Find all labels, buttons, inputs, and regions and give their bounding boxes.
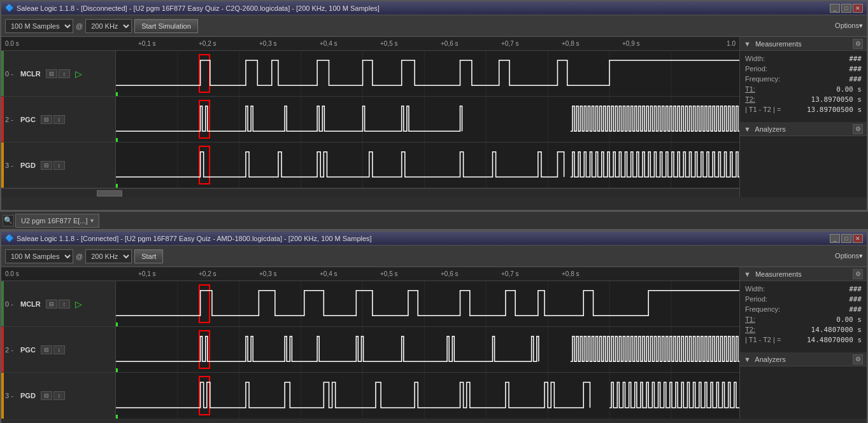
start-btn-2[interactable]: Start (134, 249, 163, 263)
maximize-btn-1[interactable]: □ (841, 4, 851, 13)
ch0-ctrl2-1[interactable]: ↕ (59, 69, 70, 78)
width-value-2: ### (849, 285, 862, 293)
analyzers-gear-1[interactable]: ⚙ (853, 124, 863, 134)
ruler-tick8-1: +0,8 s (562, 40, 580, 47)
meas-period-2: Period: ### (745, 295, 862, 303)
channel-row-pgc-2: 2 - PGC ⊟ ↕ (1, 327, 739, 373)
meas-freq-1: Frequency: ### (745, 75, 862, 83)
measurements-content-2: Width: ### Period: ### Frequency: ### T1… (740, 281, 867, 350)
channel-label-mclr-1: 0 - MCLR ⊟ ↕ ▷ (1, 51, 116, 96)
signal-svg-mclr-2 (116, 281, 739, 326)
ruler-tick5-1: +0,5 s (380, 40, 398, 47)
tab-item-1[interactable]: U2 pgm 16F877 E[...] ▾ (15, 214, 99, 228)
meas-t1t2-1: | T1 - T2 | = 13.89700500 s (745, 106, 862, 114)
ruler-tick7-2: +0,7 s (501, 270, 519, 277)
ch2-ctrl1-2[interactable]: ⊟ (41, 345, 52, 354)
minimize-btn-2[interactable]: _ (830, 234, 840, 243)
content-area-2: 0.0 s +0,1 s +0,2 s +0,3 s +0,4 s +0,5 s… (1, 267, 867, 419)
ch0-ctrl1-1[interactable]: ⊟ (46, 69, 57, 78)
ch0-number-2: 0 - (5, 300, 18, 308)
at-symbol-1: @ (76, 22, 83, 30)
signal-area-pgd-2[interactable] (116, 373, 739, 419)
ch3-ctrl2-1[interactable]: ↕ (53, 161, 65, 170)
ch0-name-2: MCLR (20, 300, 41, 308)
analyzers-arrow-1: ▼ (744, 125, 751, 133)
t2-value-2: 14.4807000 s (811, 326, 862, 334)
ruler-2: 0.0 s +0,1 s +0,2 s +0,3 s +0,4 s +0,5 s… (1, 267, 739, 281)
signal-area-mclr-2[interactable] (116, 281, 739, 326)
freq-select-1[interactable]: 200 KHz (85, 19, 132, 33)
tab-search[interactable]: 🔍 (3, 215, 14, 226)
meas-t1-1: T1: 0.00 s (745, 85, 862, 94)
minimize-btn-1[interactable]: _ (830, 4, 840, 13)
t2-label-1: T2: (745, 95, 755, 104)
toolbar-2: 100 M Samples @ 200 KHz Start Options▾ (1, 246, 867, 267)
ruler-origin-1: 0.0 s (5, 40, 19, 47)
ch2-ctrl1-1[interactable]: ⊟ (41, 115, 52, 124)
channels-signals-2: 0.0 s +0,1 s +0,2 s +0,3 s +0,4 s +0,5 s… (1, 267, 739, 419)
meas-width-1: Width: ### (745, 55, 862, 63)
signal-svg-pgd-2 (116, 373, 739, 419)
meas-t2-1: T2: 13.8970050 s (745, 95, 862, 104)
ruler-tick3-2: +0,3 s (259, 270, 277, 277)
signal-area-pgd-1[interactable] (116, 142, 739, 188)
signal-area-pgc-1[interactable] (116, 97, 739, 142)
period-value-1: ### (849, 65, 862, 73)
ch2-ctrl2-1[interactable]: ↕ (53, 115, 65, 124)
ch2-ctrl2-2[interactable]: ↕ (53, 345, 65, 354)
titlebar-controls-2[interactable]: _ □ ✕ (830, 234, 863, 243)
ch0-ctrl2-2[interactable]: ↕ (59, 300, 70, 309)
t1-label-1: T1: (745, 85, 755, 94)
ch0-play-2[interactable]: ▷ (75, 299, 82, 309)
width-value-1: ### (849, 55, 862, 63)
meas-t1-2: T1: 0.00 s (745, 316, 862, 324)
ch2-controls-1: ⊟ ↕ (41, 115, 65, 124)
samples-select-2[interactable]: 100 M Samples (5, 249, 73, 263)
measurements-panel-1: ▼ Measurements ⚙ Width: ### Period: ### … (739, 37, 867, 197)
ch2-name-1: PGC (20, 116, 36, 123)
ruler-origin-2: 0.0 s (5, 270, 19, 277)
options-btn-1[interactable]: Options▾ (835, 22, 863, 30)
width-label-2: Width: (745, 285, 765, 293)
freq-select-2[interactable]: 200 KHz (85, 249, 132, 263)
channel-label-pgd-1: 3 - PGD ⊟ ↕ (1, 142, 116, 188)
scrollbar-1[interactable] (1, 188, 739, 197)
ch3-ctrl1-1[interactable]: ⊟ (41, 161, 52, 170)
ch0-play-1[interactable]: ▷ (75, 69, 82, 79)
tab-arrow-1: ▾ (90, 217, 94, 224)
window-1: 🔷 Saleae Logic 1.1.8 - [Disconnected] - … (0, 0, 868, 211)
titlebar-1: 🔷 Saleae Logic 1.1.8 - [Disconnected] - … (1, 1, 867, 15)
options-btn-2[interactable]: Options▾ (835, 252, 863, 260)
start-marker-mclr-2 (116, 322, 118, 326)
ruler-end-1: 1.0 (727, 40, 736, 47)
t1-value-1: 0.00 s (836, 85, 862, 94)
ch3-ctrl1-2[interactable]: ⊟ (41, 391, 52, 400)
signal-svg-pgd-1 (116, 142, 739, 188)
start-simulation-btn[interactable]: Start Simulation (134, 19, 198, 33)
maximize-btn-2[interactable]: □ (841, 234, 851, 243)
meas-freq-2: Frequency: ### (745, 305, 862, 314)
ruler-tick9-1: +0,9 s (622, 40, 640, 47)
ch3-ctrl2-2[interactable]: ↕ (53, 391, 65, 400)
signal-area-mclr-1[interactable] (116, 51, 739, 96)
start-marker-pgc-1 (116, 138, 118, 142)
close-btn-1[interactable]: ✕ (853, 4, 863, 13)
measurements-title-1: ▼ Measurements (744, 40, 802, 48)
measurements-gear-2[interactable]: ⚙ (853, 269, 863, 279)
channel-color-pgd-2 (1, 373, 4, 419)
samples-select-1[interactable]: 100 M Samples (5, 19, 73, 33)
channel-row-pgd-1: 3 - PGD ⊟ ↕ (1, 142, 739, 188)
toolbar-1: 100 M Samples @ 200 KHz Start Simulation… (1, 15, 867, 37)
close-btn-2[interactable]: ✕ (853, 234, 863, 243)
ch0-name-1: MCLR (20, 70, 41, 78)
ch0-controls-2: ⊟ ↕ (46, 300, 70, 309)
scrollbar-thumb-1[interactable] (97, 190, 122, 197)
titlebar-controls-1[interactable]: _ □ ✕ (830, 4, 863, 13)
signal-area-pgc-2[interactable] (116, 327, 739, 372)
analyzers-gear-2[interactable]: ⚙ (853, 354, 863, 364)
search-icon[interactable]: 🔍 (3, 215, 14, 226)
ch0-ctrl1-2[interactable]: ⊟ (46, 300, 57, 309)
ch2-controls-2: ⊟ ↕ (41, 345, 65, 354)
channel-color-pgd-1 (1, 142, 4, 188)
measurements-gear-1[interactable]: ⚙ (853, 39, 863, 49)
